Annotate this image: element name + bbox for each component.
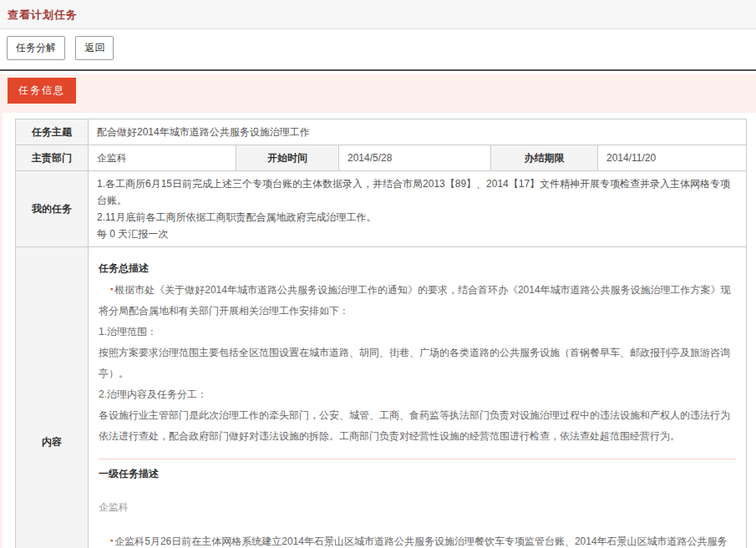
view-planned-task-page: 查看计划任务 任务分解 返回 任务信息 任务主题 配合做好2014年城市道路公共… (0, 0, 756, 548)
my-task-line: 每 0 天汇报一次 (97, 226, 738, 242)
panel-body: 任务主题 配合做好2014年城市道路公共服务设施治理工作 主责部门 企监科 开始… (3, 113, 756, 548)
division-heading: 2.治理内容及任务分工： (99, 384, 736, 405)
content-row: 内容 任务总描述 ▪根据市处《关于做好2014年城市道路公共服务设施治理工作的通… (16, 247, 747, 548)
my-task-row: 我的任务 1.各工商所6月15日前完成上述三个专项台账的主体数据录入，并结合市局… (16, 171, 747, 247)
content-label: 内容 (16, 247, 89, 548)
level1-department: 企监科 (99, 497, 736, 518)
tab-task-info[interactable]: 任务信息 (8, 78, 76, 104)
department-value: 企监科 (89, 145, 236, 171)
start-time-label: 开始时间 (236, 145, 339, 171)
subject-row: 任务主题 配合做好2014年城市道路公共服务设施治理工作 (16, 119, 747, 145)
red-bullet-icon: ▪ (110, 536, 113, 545)
start-time-value: 2014/5/28 (339, 145, 491, 171)
red-bullet-icon: ▪ (110, 285, 113, 293)
back-button[interactable]: 返回 (75, 36, 114, 60)
deadline-value: 2014/11/20 (598, 145, 747, 171)
toolbar-divider (0, 69, 756, 71)
content-value: 任务总描述 ▪根据市处《关于做好2014年城市道路公共服务设施治理工作的通知》的… (89, 247, 747, 548)
task-decompose-button[interactable]: 任务分解 (7, 36, 65, 60)
scope-text: 按照方案要求治理范围主要包括全区范围设置在城市道路、胡同、街巷、广场的各类道路的… (99, 342, 736, 384)
subject-label: 任务主题 (16, 119, 89, 145)
subject-value: 配合做好2014年城市道路公共服务设施治理工作 (89, 119, 747, 145)
tab-strip: 任务信息 (0, 74, 756, 113)
my-task-line: 2.11月底前各工商所依据工商职责配合属地政府完成治理工作。 (97, 209, 738, 226)
level1-paragraph: ▪企监科5月26日前在主体网格系统建立2014年石景山区城市道路公共服务设施治理… (99, 530, 736, 548)
overall-description-heading: 任务总描述 (99, 258, 736, 279)
deadline-label: 办结期限 (491, 145, 598, 171)
task-info-panel: 任务信息 任务主题 配合做好2014年城市道路公共服务设施治理工作 主责部门 企… (0, 74, 756, 548)
scope-heading: 1.治理范围： (99, 322, 736, 342)
department-row: 主责部门 企监科 开始时间 2014/5/28 办结期限 2014/11/20 (16, 145, 747, 171)
level1-text: 企监科5月26日前在主体网格系统建立2014年石景山区城市道路公共服务设施治理餐… (99, 535, 728, 548)
department-label: 主责部门 (16, 145, 89, 171)
overall-description-paragraph: ▪根据市处《关于做好2014年城市道路公共服务设施治理工作的通知》的要求，结合首… (99, 279, 736, 322)
level1-description-heading: 一级任务描述 (99, 464, 736, 485)
my-task-line: 1.各工商所6月15日前完成上述三个专项台账的主体数据录入，并结合市局2013【… (97, 175, 738, 209)
page-header: 查看计划任务 (0, 0, 756, 29)
overall-description-text: 根据市处《关于做好2014年城市道路公共服务设施治理工作的通知》的要求，结合首环… (99, 284, 731, 317)
toolbar: 任务分解 返回 (0, 29, 756, 67)
division-text: 各设施行业主管部门是此次治理工作的牵头部门，公安、城管、工商、食药监等执法部门负… (99, 405, 736, 447)
my-task-label: 我的任务 (16, 171, 89, 247)
section-divider (99, 459, 736, 459)
page-title: 查看计划任务 (8, 8, 78, 21)
my-task-value: 1.各工商所6月15日前完成上述三个专项台账的主体数据录入，并结合市局2013【… (89, 171, 747, 247)
task-detail-table: 任务主题 配合做好2014年城市道路公共服务设施治理工作 主责部门 企监科 开始… (15, 119, 747, 548)
